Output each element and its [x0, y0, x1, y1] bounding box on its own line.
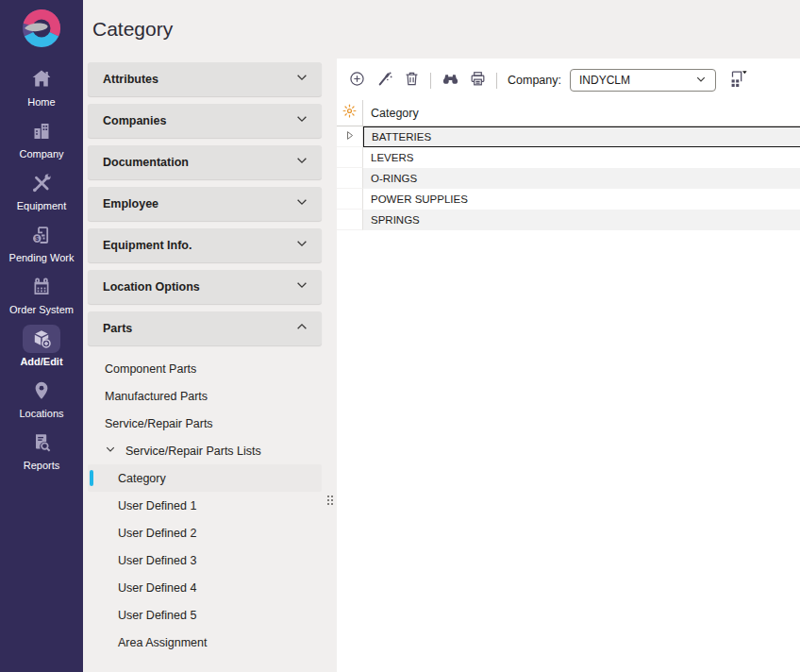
row-indicator-cell	[337, 147, 363, 168]
panel-resize-handle[interactable]	[325, 493, 336, 508]
sidebar: HomeCompanyEquipment$Pending WorkOrder S…	[0, 0, 83, 672]
parts-item-user-defined-2[interactable]: User Defined 2	[88, 519, 322, 546]
sidebar-item-locations[interactable]: Locations	[9, 372, 75, 424]
parts-item-user-defined-3[interactable]: User Defined 3	[88, 546, 322, 574]
edit-button[interactable]	[374, 70, 394, 91]
section-location-options[interactable]: Location Options	[88, 270, 322, 304]
app-logo-icon[interactable]	[21, 8, 62, 49]
company-label: Company:	[508, 74, 561, 87]
sidebar-item-add-edit[interactable]: Add/Edit	[9, 320, 75, 372]
sidebar-item-order-system[interactable]: Order System	[9, 268, 75, 320]
section-label: Equipment Info.	[103, 239, 192, 252]
parts-item-component-parts[interactable]: Component Parts	[88, 355, 322, 382]
category-grid: Category BATTERIESLEVERSO-RINGSPOWER SUP…	[337, 100, 800, 230]
chevron-down-icon	[295, 237, 308, 254]
add-edit-icon	[23, 325, 60, 353]
parts-item-user-defined-1[interactable]: User Defined 1	[88, 492, 322, 519]
parts-item-user-defined-4[interactable]: User Defined 4	[88, 574, 322, 601]
category-cell: BATTERIES	[363, 126, 800, 147]
toolbar-separator	[496, 73, 497, 89]
company-icon	[23, 117, 60, 145]
section-companies[interactable]: Companies	[88, 104, 322, 138]
grid-row-springs[interactable]: SPRINGS	[337, 210, 800, 230]
toolbar: Company: INDYCLM	[337, 68, 800, 92]
sidebar-item-home[interactable]: Home	[9, 60, 75, 112]
sidebar-item-pending-work[interactable]: $Pending Work	[9, 216, 75, 268]
chevron-down-icon	[295, 278, 308, 295]
category-cell: POWER SUPPLIES	[363, 189, 800, 210]
category-cell: SPRINGS	[363, 210, 800, 230]
edit-wand-icon	[375, 70, 393, 92]
column-header-category[interactable]: Category	[363, 100, 800, 126]
chevron-down-icon	[295, 154, 308, 171]
find-button[interactable]	[440, 70, 460, 91]
parts-item-area-assignment[interactable]: Area Assignment	[88, 629, 322, 656]
row-indicator-cell	[337, 189, 363, 210]
parts-item-label: User Defined 3	[118, 554, 196, 567]
category-cell: O-RINGS	[363, 168, 800, 189]
chevron-down-icon	[105, 444, 116, 458]
add-circle-icon	[348, 70, 366, 92]
grid-corner-cell[interactable]	[337, 100, 363, 126]
print-button[interactable]	[467, 70, 488, 91]
layout-options-icon	[727, 68, 748, 92]
parts-item-label: User Defined 2	[118, 527, 196, 540]
grid-header-row: Category	[337, 100, 800, 126]
sun-icon	[342, 104, 357, 122]
sidebar-item-company[interactable]: Company	[9, 112, 75, 164]
grid-row-power-supplies[interactable]: POWER SUPPLIES	[337, 189, 800, 210]
grid-row-o-rings[interactable]: O-RINGS	[337, 168, 800, 189]
chevron-up-icon	[295, 320, 308, 337]
company-dropdown[interactable]: INDYCLM	[570, 69, 716, 92]
sidebar-item-label: Order System	[9, 304, 74, 315]
section-documentation[interactable]: Documentation	[88, 145, 322, 179]
parts-item-label: Service/Repair Parts	[105, 417, 213, 430]
parts-item-label: User Defined 4	[118, 581, 196, 595]
section-attributes[interactable]: Attributes	[88, 62, 322, 96]
sidebar-item-label: Home	[27, 96, 55, 108]
parts-item-service-repair-parts-lists[interactable]: Service/Repair Parts Lists	[88, 437, 322, 464]
order-system-icon	[23, 273, 60, 301]
svg-text:$: $	[35, 234, 39, 243]
row-indicator-cell	[337, 210, 363, 230]
sidebar-item-label: Company	[19, 148, 63, 160]
section-equipment-info[interactable]: Equipment Info.	[88, 228, 322, 262]
parts-item-category[interactable]: Category	[88, 464, 322, 492]
layout-options-button[interactable]	[725, 70, 750, 91]
parts-item-service-repair-parts[interactable]: Service/Repair Parts	[88, 410, 322, 437]
row-indicator-cell	[337, 168, 363, 189]
grid-row-levers[interactable]: LEVERS	[337, 147, 800, 168]
nav-panel: AttributesCompaniesDocumentationEmployee…	[83, 59, 337, 672]
app-window: HomeCompanyEquipment$Pending WorkOrder S…	[0, 0, 800, 672]
parts-item-label: Area Assignment	[118, 636, 208, 649]
section-employee[interactable]: Employee	[88, 187, 322, 221]
page-title: Category	[92, 18, 173, 41]
page-header: Category	[83, 0, 800, 59]
parts-item-user-defined-5[interactable]: User Defined 5	[88, 601, 322, 629]
section-parts[interactable]: Parts	[88, 311, 322, 345]
row-indicator-cell	[337, 126, 363, 147]
toolbar-separator	[430, 73, 431, 89]
parts-item-label: Service/Repair Parts Lists	[125, 445, 261, 458]
section-label: Documentation	[103, 156, 189, 169]
sidebar-item-equipment[interactable]: Equipment	[9, 164, 75, 216]
chevron-down-icon	[295, 71, 308, 88]
chevron-down-icon	[695, 74, 707, 88]
category-cell: LEVERS	[363, 147, 800, 168]
chevron-down-icon	[295, 195, 308, 212]
section-label: Companies	[103, 114, 166, 127]
sidebar-item-label: Equipment	[17, 200, 67, 211]
binoculars-icon	[442, 70, 459, 92]
parts-tree: Component PartsManufactured PartsService…	[88, 355, 322, 656]
grid-rows: BATTERIESLEVERSO-RINGSPOWER SUPPLIESSPRI…	[337, 126, 800, 230]
sidebar-item-reports[interactable]: Reports	[9, 424, 75, 476]
section-label: Parts	[103, 322, 132, 335]
delete-button[interactable]	[401, 70, 422, 91]
home-icon	[23, 65, 60, 93]
reports-icon	[23, 428, 60, 457]
sidebar-nav: HomeCompanyEquipment$Pending WorkOrder S…	[9, 60, 75, 476]
section-label: Location Options	[103, 280, 200, 294]
parts-item-manufactured-parts[interactable]: Manufactured Parts	[88, 382, 322, 410]
grid-row-batteries[interactable]: BATTERIES	[337, 126, 800, 147]
add-button[interactable]	[346, 70, 367, 91]
